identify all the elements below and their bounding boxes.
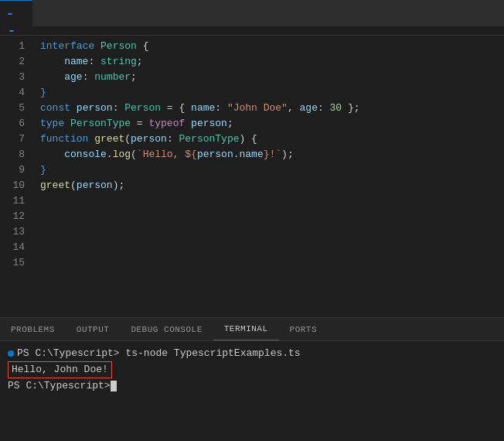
code-line: name: string; [34,54,504,70]
panel-tab-output[interactable]: OUTPUT [66,318,121,340]
tab-bar [0,0,504,27]
code-line: type PersonType = typeof person; [34,116,504,132]
terminal-dot [8,350,14,357]
terminal-cursor [111,381,117,391]
panel-tab-ports[interactable]: PORTS [279,318,329,340]
code-content[interactable]: interface Person { name: string; age: nu… [34,36,504,317]
active-tab[interactable] [0,0,32,27]
panel-tab-terminal[interactable]: TERMINAL [213,318,279,340]
ts-badge [8,13,12,15]
breadcrumb-ts-icon [9,30,14,32]
code-line: } [34,85,504,101]
terminal-content[interactable]: PS C:\Typescript> ts-node TypescriptExam… [0,341,504,441]
code-line: console.log(`Hello, ${person.name}!`); [34,147,504,162]
panel-tab-bar: PROBLEMSOUTPUTDEBUG CONSOLETERMINALPORTS [0,318,504,341]
code-line: } [34,162,504,178]
code-line: const person: Person = { name: "John Doe… [34,101,504,116]
terminal-line: Hello, John Doe! [8,361,496,378]
code-line: age: number; [34,70,504,85]
panel-tab-debug-console[interactable]: DEBUG CONSOLE [120,318,213,340]
code-line: greet(person); [34,178,504,193]
code-line: interface Person { [34,39,504,54]
terminal-line: PS C:\Typescript> ts-node TypescriptExam… [8,346,496,361]
code-line: function greet(person: PersonType) { [34,132,504,147]
terminal-line: PS C:\Typescript> [8,378,496,394]
hello-output: Hello, John Doe! [8,361,112,378]
panel-tab-problems[interactable]: PROBLEMS [0,318,66,340]
line-numbers: 123456789101112131415 [0,36,34,317]
bottom-panel: PROBLEMSOUTPUTDEBUG CONSOLETERMINALPORTS… [0,317,504,441]
breadcrumb [0,27,504,36]
code-editor[interactable]: 123456789101112131415 interface Person {… [0,36,504,317]
